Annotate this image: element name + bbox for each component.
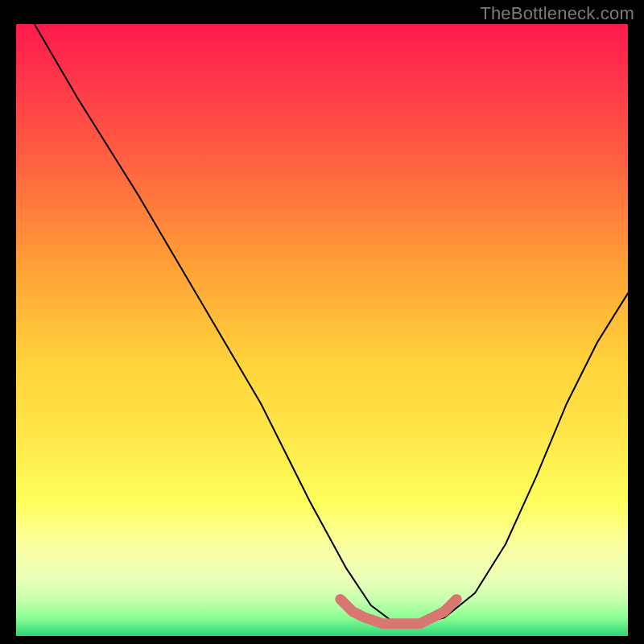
watermark-text: TheBottleneck.com xyxy=(480,3,634,24)
chart-frame: TheBottleneck.com xyxy=(0,0,644,644)
optimal-band xyxy=(341,599,456,623)
bottleneck-curve xyxy=(35,24,628,624)
curve-layer xyxy=(16,24,628,636)
